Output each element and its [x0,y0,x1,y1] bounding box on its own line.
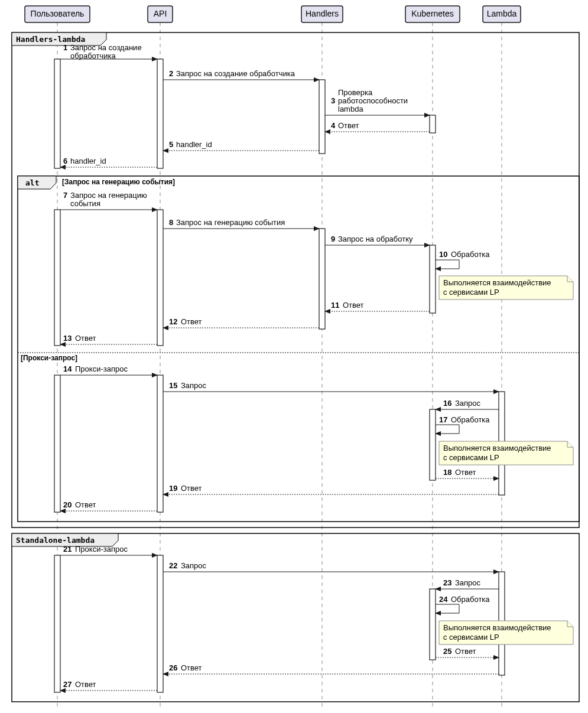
svg-text:Выполняется взаимодействие: Выполняется взаимодействие [443,623,551,632]
svg-text:Ответ: Ответ [181,484,202,493]
svg-rect-45 [54,210,60,346]
svg-text:Обработка: Обработка [451,250,490,259]
svg-text:API: API [154,9,167,18]
participant-kubernetes: Kubernetes [405,6,460,22]
svg-rect-20 [430,115,436,133]
svg-text:13: 13 [63,334,72,343]
sequence-diagram: Пользователь API Handlers Kubernetes Lam… [3,3,585,710]
svg-text:handler_id: handler_id [176,140,212,149]
participant-user: Пользователь [25,6,90,22]
svg-text:alt: alt [25,178,39,187]
svg-rect-74 [54,375,60,512]
svg-text:24: 24 [439,595,448,604]
svg-text:handler_id: handler_id [70,157,106,165]
svg-text:Обработка: Обработка [451,415,490,424]
svg-text:15: 15 [169,381,177,390]
svg-text:25: 25 [443,647,451,656]
svg-rect-102 [54,555,60,692]
frame-standalone-lambda: Standalone-lambda [12,533,579,702]
svg-text:Запрос на генерацию события: Запрос на генерацию события [176,218,285,227]
participant-lambda: Lambda [483,6,521,22]
svg-rect-42 [18,176,579,522]
svg-text:6: 6 [63,157,67,165]
svg-text:16: 16 [443,399,451,408]
svg-text:17: 17 [439,415,447,424]
svg-text:Пользователь: Пользователь [31,9,85,18]
note-1: Выполняется взаимодействие с сервисами L… [439,276,573,299]
svg-text:26: 26 [169,663,177,672]
svg-text:события: события [70,199,100,208]
svg-text:Прокси-запрос: Прокси-запрос [75,364,128,373]
svg-text:9: 9 [331,235,335,243]
svg-text:Ответ: Ответ [181,663,202,672]
svg-text:27: 27 [63,680,72,689]
participant-handlers: Handlers [301,6,343,22]
svg-text:Standalone-lambda: Standalone-lambda [16,536,95,545]
note-2: Выполняется взаимодействие с сервисами L… [439,441,573,465]
svg-text:Запрос на создание: Запрос на создание [70,43,142,52]
svg-rect-19 [319,80,325,154]
svg-text:10: 10 [439,250,447,259]
svg-text:Обработка: Обработка [451,595,490,604]
svg-text:обработчика: обработчика [70,51,116,60]
svg-text:2: 2 [169,69,173,78]
note-3: Выполняется взаимодействие с сервисами L… [439,621,573,644]
svg-text:22: 22 [169,561,177,570]
svg-rect-47 [319,229,325,329]
svg-text:1: 1 [63,43,67,52]
svg-text:Выполняется взаимодействие: Выполняется взаимодействие [443,278,551,287]
svg-text:Ответ: Ответ [455,468,476,477]
svg-rect-48 [430,245,436,313]
svg-text:18: 18 [443,468,451,477]
svg-text:12: 12 [169,317,177,326]
svg-text:Kubernetes: Kubernetes [411,9,454,18]
frame-alt: alt [Запрос на генерацию события] [18,176,579,522]
svg-text:Запрос: Запрос [455,578,481,587]
svg-text:3: 3 [331,96,335,105]
svg-text:lambda: lambda [338,105,363,113]
svg-text:Запрос на создание обработчика: Запрос на создание обработчика [176,69,295,78]
svg-rect-46 [157,210,163,346]
svg-rect-105 [430,589,436,660]
svg-rect-75 [157,375,163,512]
svg-text:Ответ: Ответ [181,317,202,326]
svg-text:21: 21 [63,545,72,554]
svg-text:20: 20 [63,500,72,509]
svg-text:8: 8 [169,218,173,227]
svg-text:5: 5 [169,140,173,149]
svg-text:работоспособности: работоспособности [338,96,408,105]
svg-text:14: 14 [63,364,72,373]
svg-text:19: 19 [169,484,177,493]
svg-text:Запрос: Запрос [181,381,207,390]
svg-text:с сервисами LP: с сервисами LP [443,288,499,297]
svg-text:Ответ: Ответ [75,334,96,343]
svg-text:Lambda: Lambda [487,9,517,18]
svg-rect-17 [54,59,60,168]
svg-text:7: 7 [63,191,67,200]
svg-text:Запрос на обработку: Запрос на обработку [338,235,413,243]
svg-text:Ответ: Ответ [455,647,476,656]
svg-text:Проверка: Проверка [338,88,373,97]
svg-text:[Запрос на генерацию события]: [Запрос на генерацию события] [62,178,175,186]
svg-text:Выполняется взаимодействие: Выполняется взаимодействие [443,444,551,452]
svg-text:Ответ: Ответ [338,121,359,130]
svg-text:Запрос: Запрос [455,399,481,408]
svg-rect-77 [430,409,436,480]
svg-text:Ответ: Ответ [343,301,364,310]
svg-text:11: 11 [331,301,339,310]
svg-rect-100 [12,533,579,702]
svg-text:4: 4 [331,121,336,130]
svg-text:Запрос на генерацию: Запрос на генерацию [70,191,147,200]
svg-rect-103 [157,555,163,692]
svg-text:Handlers: Handlers [306,9,339,18]
svg-rect-18 [157,59,163,168]
svg-text:Прокси-запрос: Прокси-запрос [75,545,128,554]
svg-text:Handlers-lambda: Handlers-lambda [16,35,86,44]
svg-text:с сервисами LP: с сервисами LP [443,453,499,462]
svg-text:Ответ: Ответ [75,500,96,509]
svg-text:23: 23 [443,578,451,587]
participant-api: API [148,6,173,22]
svg-text:[Прокси-запрос]: [Прокси-запрос] [21,354,77,362]
svg-text:Запрос: Запрос [181,561,207,570]
svg-text:Ответ: Ответ [75,680,96,689]
